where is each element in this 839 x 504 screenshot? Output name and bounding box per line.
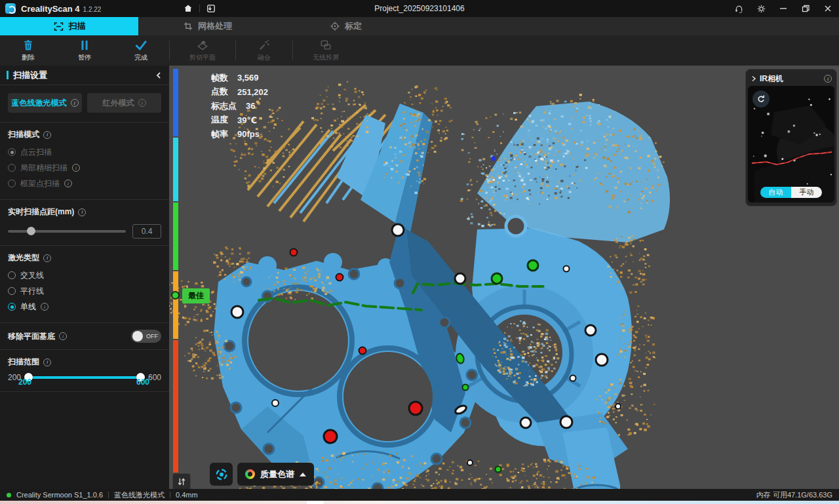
scan-marker bbox=[492, 273, 502, 284]
point-distance-input[interactable] bbox=[132, 224, 161, 239]
desktop-strip bbox=[0, 501, 839, 504]
infrared-mode-button[interactable]: 红外模式i bbox=[87, 93, 161, 113]
cut-plane-button[interactable]: 剪切平面 bbox=[170, 37, 235, 64]
info-icon[interactable]: i bbox=[824, 75, 832, 83]
info-icon[interactable]: i bbox=[43, 254, 51, 262]
point-distance-section: 实时扫描点距(mm)i bbox=[0, 200, 169, 246]
info-icon[interactable]: i bbox=[43, 131, 51, 139]
status-bar: Creality Sermoon S1_1.0.6 蓝色线激光模式 0.4mm … bbox=[0, 489, 839, 501]
quality-spectrum-button[interactable]: 质量色谱 bbox=[237, 463, 314, 486]
ir-mode-toggle: 自动 手动 bbox=[760, 187, 822, 198]
scan-marker bbox=[528, 260, 538, 271]
crealityscan-window: CrealityScan 4 1.2.22 Project_2025092310… bbox=[0, 0, 839, 504]
radio-frame-point-scan[interactable]: 框架点扫描 i bbox=[8, 177, 161, 190]
radio-label: 局部精细扫描 bbox=[20, 163, 68, 174]
scan-marker bbox=[520, 417, 531, 428]
radio-point-cloud-scan[interactable]: 点云扫描 bbox=[8, 145, 161, 159]
recenter-target-button[interactable] bbox=[210, 463, 233, 486]
best-quality-dot bbox=[171, 291, 180, 300]
radio-icon bbox=[8, 148, 16, 156]
scan-mode-section: 扫描模式i 点云扫描 局部精细扫描 i 框架点扫描 i bbox=[0, 123, 169, 200]
tab-calibration-label: 标定 bbox=[345, 20, 362, 32]
fuse-label: 融合 bbox=[258, 53, 271, 62]
info-icon[interactable]: i bbox=[41, 303, 49, 311]
tab-scan-label: 扫描 bbox=[69, 20, 86, 32]
scan-settings-panel: 扫描设置 蓝色线激光模式i 红外模式i 扫描模式i 点云扫描 局部精细扫描 i bbox=[0, 66, 169, 489]
point-distance-slider[interactable] bbox=[8, 230, 126, 233]
info-icon[interactable]: i bbox=[71, 99, 79, 107]
info-icon[interactable]: i bbox=[138, 99, 146, 107]
device-connected-dot bbox=[7, 493, 11, 497]
ir-manual-button[interactable]: 手动 bbox=[791, 187, 822, 198]
collapse-chevron-icon[interactable] bbox=[155, 71, 163, 79]
pause-button[interactable]: 暂停 bbox=[56, 37, 113, 64]
laser-type-section: 激光类型i 交叉线 平行线 单线 i bbox=[0, 246, 169, 323]
scan-range-slider[interactable] bbox=[26, 376, 143, 379]
ir-panel-title: IR相机 bbox=[760, 73, 821, 85]
scan-marker bbox=[467, 460, 473, 465]
scan-marker bbox=[596, 354, 608, 366]
close-button[interactable] bbox=[817, 0, 839, 17]
radio-cross-lines[interactable]: 交叉线 bbox=[8, 269, 161, 282]
scan-toolbar: 删除 暂停 完成 剪切平面 融合 无线投屏 bbox=[0, 35, 839, 66]
radio-parallel-lines[interactable]: 平行线 bbox=[8, 284, 161, 298]
blue-laser-mode-label: 蓝色线激光模式 bbox=[12, 98, 67, 109]
info-icon[interactable]: i bbox=[59, 332, 67, 340]
stat-row: 温度39℃ bbox=[211, 113, 268, 128]
support-headset-icon[interactable] bbox=[728, 0, 750, 17]
range-max: 600 bbox=[148, 373, 161, 382]
quality-ring-icon bbox=[245, 469, 255, 479]
import-project-icon[interactable] bbox=[203, 2, 220, 15]
tab-calibration[interactable]: 标定 bbox=[277, 17, 415, 35]
scan-marker bbox=[392, 224, 404, 236]
wireless-cast-label: 无线投屏 bbox=[313, 53, 339, 62]
scan-marker bbox=[324, 430, 337, 443]
stat-row: 点数251,202 bbox=[211, 85, 268, 100]
radio-local-fine-scan[interactable]: 局部精细扫描 i bbox=[8, 161, 161, 174]
info-icon[interactable]: i bbox=[72, 164, 80, 172]
status-precision: 0.4mm bbox=[176, 491, 198, 499]
fuse-button[interactable]: 融合 bbox=[236, 37, 292, 64]
scan-point-cloud bbox=[169, 66, 839, 489]
blue-laser-mode-button[interactable]: 蓝色线激光模式i bbox=[8, 93, 82, 113]
finish-button[interactable]: 完成 bbox=[113, 37, 169, 64]
delete-button[interactable]: 删除 bbox=[0, 37, 56, 64]
colorbar-segment bbox=[173, 69, 178, 136]
wireless-cast-button[interactable]: 无线投屏 bbox=[293, 37, 359, 64]
chevron-up-icon bbox=[300, 473, 306, 476]
accent-bar bbox=[7, 71, 9, 79]
ir-expand-chevron-icon[interactable] bbox=[751, 75, 757, 82]
viewport-3d[interactable]: 帧数3,569点数251,202标志点36温度39℃帧率90fps 最佳 质量色… bbox=[169, 66, 839, 489]
colorbar-segment bbox=[173, 203, 178, 270]
tab-mesh[interactable]: 网格处理 bbox=[138, 17, 277, 35]
infrared-mode-label: 红外模式 bbox=[103, 98, 134, 109]
tab-mesh-label: 网格处理 bbox=[198, 20, 232, 32]
device-mode-buttons: 蓝色线激光模式i 红外模式i bbox=[0, 85, 169, 123]
radio-label: 交叉线 bbox=[20, 270, 44, 281]
scan-marker bbox=[359, 347, 366, 355]
swap-view-button[interactable] bbox=[172, 473, 191, 490]
info-icon[interactable]: i bbox=[64, 180, 72, 187]
scan-marker bbox=[585, 325, 596, 336]
radio-icon bbox=[8, 303, 16, 311]
panel-header: 扫描设置 bbox=[0, 66, 169, 85]
radio-label: 框架点扫描 bbox=[20, 178, 60, 189]
status-mode: 蓝色线激光模式 bbox=[114, 490, 165, 500]
ir-rotate-icon[interactable] bbox=[752, 90, 770, 107]
radio-label: 点云扫描 bbox=[20, 147, 52, 158]
info-icon[interactable]: i bbox=[78, 208, 86, 216]
remove-base-label: 移除平面基底 bbox=[8, 331, 55, 342]
settings-gear-icon[interactable] bbox=[750, 0, 772, 17]
maximize-button[interactable] bbox=[794, 0, 817, 17]
radio-single-line[interactable]: 单线 i bbox=[8, 300, 161, 313]
quality-spectrum-label: 质量色谱 bbox=[260, 469, 294, 480]
laser-type-title: 激光类型 bbox=[8, 252, 39, 263]
remove-base-toggle[interactable]: OFF bbox=[131, 330, 161, 343]
minimize-button[interactable] bbox=[772, 0, 794, 17]
home-icon[interactable] bbox=[180, 2, 197, 15]
tab-scan[interactable]: 扫描 bbox=[0, 17, 138, 35]
slider-thumb[interactable] bbox=[27, 227, 35, 235]
info-icon[interactable]: i bbox=[43, 359, 51, 366]
ir-auto-button[interactable]: 自动 bbox=[760, 187, 791, 198]
scan-marker bbox=[290, 249, 298, 256]
